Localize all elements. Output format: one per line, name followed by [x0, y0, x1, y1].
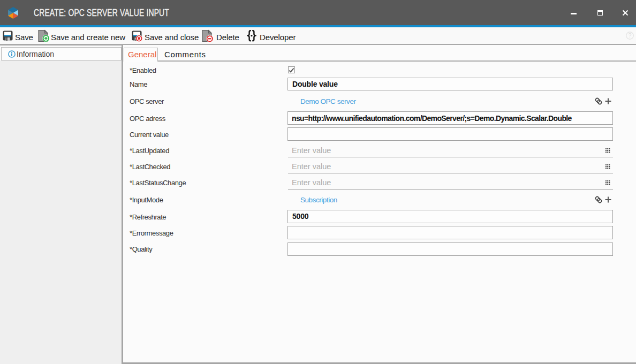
svg-text:?: ?	[629, 32, 632, 39]
